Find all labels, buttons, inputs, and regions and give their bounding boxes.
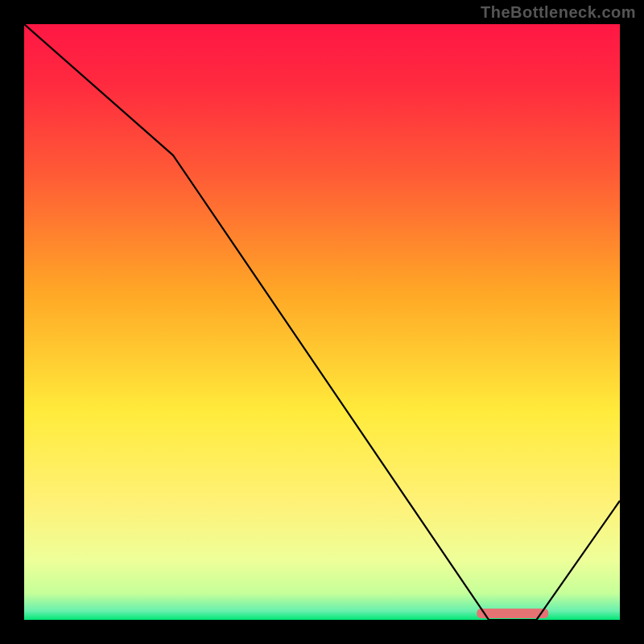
chart-frame: TheBottleneck.com (0, 0, 644, 644)
bottleneck-chart (24, 24, 620, 620)
watermark-text: TheBottleneck.com (481, 3, 636, 22)
gradient-background (24, 24, 620, 620)
plot-area (24, 24, 620, 620)
